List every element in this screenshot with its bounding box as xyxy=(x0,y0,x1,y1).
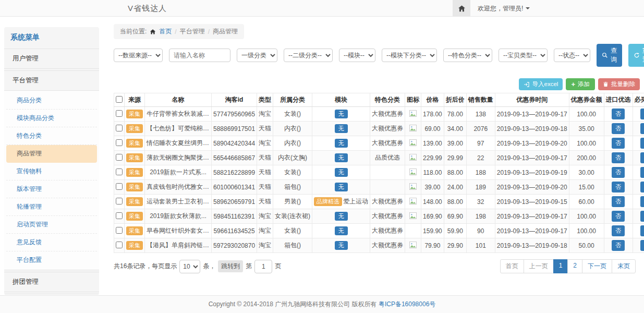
import-select-toggle[interactable]: 否 xyxy=(612,152,625,163)
import-excel-button[interactable]: 导入excel xyxy=(519,78,563,90)
page-number-input[interactable] xyxy=(254,260,272,273)
sidebar-subitem-6[interactable]: 轮播管理 xyxy=(6,198,97,216)
row-checkbox[interactable] xyxy=(116,168,123,175)
page-button-1[interactable]: 上一页 xyxy=(524,259,554,273)
taoke-id: 589620659791 xyxy=(212,195,257,209)
page-button-0[interactable]: 首页 xyxy=(500,259,524,273)
search-button[interactable]: 查询 xyxy=(597,44,622,67)
sidebar-subitem-4[interactable]: 宣传物料 xyxy=(6,163,97,180)
filter-select-5[interactable]: --模块下分类-- xyxy=(382,49,437,62)
import-select-toggle[interactable]: 否 xyxy=(612,182,625,192)
import-select-toggle[interactable]: 否 xyxy=(612,196,625,207)
import-select-toggle[interactable]: 否 xyxy=(612,167,625,178)
page-button-2[interactable]: 1 xyxy=(553,259,568,273)
price: 148.00 xyxy=(421,195,444,209)
icp-link[interactable]: 粤ICP备16098006号 xyxy=(379,300,435,309)
page-button-4[interactable]: 下一页 xyxy=(582,259,612,273)
per-page-select[interactable]: 10 xyxy=(179,260,200,273)
must-buy-toggle[interactable]: 否 xyxy=(640,196,644,207)
module-badge: 无 xyxy=(335,168,348,177)
table-header-row: 来源名称淘客id类型所属分类模块特色分类图标价格折后价销售数量优惠券时间优惠券金… xyxy=(114,93,644,107)
sidebar-subitem-0[interactable]: 商品分类 xyxy=(6,92,97,110)
filter-select-8[interactable]: --状态-- xyxy=(554,49,590,62)
must-buy-toggle[interactable]: 否 xyxy=(640,109,644,119)
taoke-id: 577479560965 xyxy=(212,107,257,122)
must-buy-toggle[interactable]: 否 xyxy=(640,167,644,178)
breadcrumb: 当前位置: 首页 / 平台管理 / 商品管理 xyxy=(114,24,244,39)
sidebar-group-3[interactable]: 省惠快报 xyxy=(4,294,99,295)
sidebar-subitem-9[interactable]: 平台配置 xyxy=(6,251,97,269)
name-search-input[interactable] xyxy=(169,49,230,62)
filter-select-3[interactable]: --二级分类-- xyxy=(284,49,333,62)
module-badge: 无 xyxy=(335,212,348,221)
product-name: 早春网红针织外套女春... xyxy=(145,224,212,238)
sidebar-group-2[interactable]: 拼团管理 xyxy=(4,272,99,292)
sales-count: 101 xyxy=(466,238,495,253)
sidebar-subitem-2[interactable]: 特色分类 xyxy=(6,127,97,145)
row-checkbox[interactable] xyxy=(116,110,123,117)
pagination-pages: 首页上一页12下一页末页 xyxy=(501,259,636,273)
module-badge: 无 xyxy=(335,110,348,118)
price: 229.99 xyxy=(421,151,444,165)
select-all-checkbox[interactable] xyxy=(116,96,123,103)
breadcrumb-home-link[interactable]: 首页 xyxy=(159,27,172,36)
column-header-1: 名称 xyxy=(145,93,212,107)
must-buy-toggle[interactable]: 否 xyxy=(640,182,644,192)
discount-price: 29.99 xyxy=(444,151,466,165)
must-buy-toggle[interactable]: 否 xyxy=(640,123,644,134)
filter-select-7[interactable]: --宝贝类型-- xyxy=(499,49,548,62)
filter-select-4[interactable]: --模块-- xyxy=(339,49,375,62)
row-checkbox[interactable] xyxy=(116,198,123,204)
sidebar-subitem-7[interactable]: 启动页管理 xyxy=(6,216,97,234)
sidebar-subitem-1[interactable]: 模块商品分类 xyxy=(6,110,97,127)
row-checkbox[interactable] xyxy=(116,212,123,219)
sidebar-menu: 用户管理平台管理商品分类模块商品分类特色分类商品管理宣传物料版本管理轮播管理启动… xyxy=(4,49,99,295)
page-button-5[interactable]: 末页 xyxy=(612,259,636,273)
must-buy-toggle[interactable]: 否 xyxy=(640,225,644,236)
product-name: 【七色纺】可爱纯棉家... xyxy=(145,122,212,136)
import-select-toggle[interactable]: 否 xyxy=(612,138,625,149)
row-checkbox[interactable] xyxy=(116,125,123,131)
row-checkbox[interactable] xyxy=(116,227,123,234)
must-buy-toggle[interactable]: 否 xyxy=(640,138,644,149)
user-menu[interactable]: 欢迎您，管理员! xyxy=(470,4,537,13)
product-type: 天猫 xyxy=(257,165,273,180)
sidebar-group-0[interactable]: 用户管理 xyxy=(4,49,99,69)
discount-price: 34.00 xyxy=(444,122,466,136)
import-select-toggle[interactable]: 否 xyxy=(612,211,625,222)
reset-button[interactable]: 重置 xyxy=(628,44,644,67)
sidebar-group-1[interactable]: 平台管理 xyxy=(4,70,99,91)
sales-count: 188 xyxy=(466,165,495,180)
must-buy-toggle[interactable]: 否 xyxy=(640,240,644,251)
filter-select-2[interactable]: 一级分类 xyxy=(237,49,277,62)
product-name: 2019新款女秋薄款... xyxy=(145,209,212,224)
row-checkbox[interactable] xyxy=(116,154,123,161)
filter-select-6[interactable]: --特色分类-- xyxy=(443,49,492,62)
page-button-3[interactable]: 2 xyxy=(567,259,582,273)
source-badge: 采集 xyxy=(126,153,143,162)
home-button[interactable] xyxy=(453,0,470,17)
batch-delete-button[interactable]: 批量删除 xyxy=(598,78,640,90)
row-checkbox[interactable] xyxy=(116,242,123,248)
product-name: 【港风】单肩斜跨链条... xyxy=(145,238,212,253)
jump-to-button[interactable]: 跳转到 xyxy=(218,260,243,272)
trash-icon xyxy=(603,81,609,87)
import-select-toggle[interactable]: 否 xyxy=(612,240,625,251)
row-checkbox[interactable] xyxy=(116,183,123,190)
column-header-11: 优惠券时间 xyxy=(495,93,569,107)
row-checkbox[interactable] xyxy=(116,139,123,146)
feature-category: 大额优惠券 xyxy=(370,209,405,224)
sidebar-subitem-8[interactable]: 意见反馈 xyxy=(6,234,97,251)
coupon-time: 2019-09-13—2019-09-17 xyxy=(495,224,569,238)
sidebar-subitem-5[interactable]: 版本管理 xyxy=(6,180,97,198)
icon-cell xyxy=(405,122,421,136)
import-select-toggle[interactable]: 否 xyxy=(612,225,625,236)
module-badge: 无 xyxy=(335,183,348,191)
must-buy-toggle[interactable]: 否 xyxy=(640,152,644,163)
import-select-toggle[interactable]: 否 xyxy=(612,123,625,134)
sidebar-subitem-3[interactable]: 商品管理 xyxy=(6,145,97,163)
filter-select-0[interactable]: --数据来源-- xyxy=(114,49,163,62)
must-buy-toggle[interactable]: 否 xyxy=(640,211,644,222)
add-button[interactable]: + 添加 xyxy=(566,78,595,90)
import-select-toggle[interactable]: 否 xyxy=(612,109,625,119)
